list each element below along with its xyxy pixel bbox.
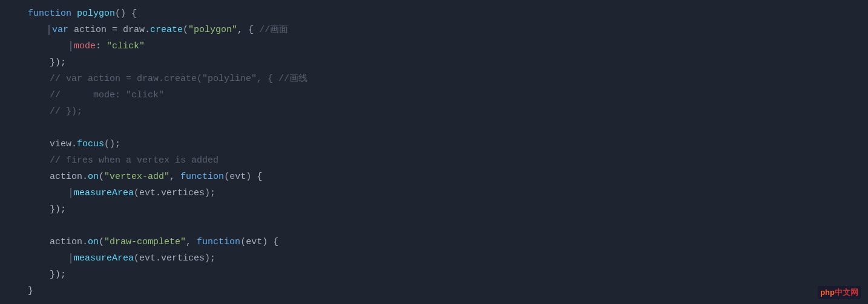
token-plain: ( [183, 25, 188, 35]
token-kw: function [28, 8, 77, 19]
token-plain: view. [50, 139, 77, 149]
token-fn: focus [77, 139, 104, 149]
token-comment: // fires when a vertex is added [50, 155, 219, 166]
token-plain: } [28, 286, 33, 296]
code-line: view.focus(); [6, 137, 868, 153]
token-fn: measureArea [74, 188, 134, 198]
code-line: // fires when a vertex is added [6, 153, 868, 169]
token-plain: (evt.vertices); [134, 188, 215, 198]
code-line: measureArea(evt.vertices); [6, 186, 868, 202]
code-line [6, 218, 868, 234]
token-comment: // }); [50, 106, 82, 117]
token-plain: () { [115, 8, 137, 19]
code-line: function polygon() { [6, 6, 868, 22]
token-fn: on [88, 172, 99, 182]
token-comment: //画面 [259, 25, 288, 35]
token-plain: (evt) { [240, 237, 278, 247]
token-str-green: "vertex-add" [104, 172, 169, 182]
token-plain: }); [50, 204, 66, 215]
token-str-green: "click" [107, 41, 145, 51]
token-str-green: "polygon" [188, 25, 237, 35]
token-plain: action = draw. [74, 25, 150, 35]
token-plain: (evt.vertices); [134, 253, 215, 264]
token-plain: (evt) { [224, 172, 262, 182]
code-line: // mode: "click" [6, 88, 868, 104]
token-comment: // mode: "click" [50, 90, 164, 100]
watermark: php中文网 [818, 286, 861, 299]
code-editor: function polygon() { var action = draw.c… [0, 0, 868, 304]
token-prop: mode [74, 41, 96, 51]
token-plain: ( [99, 172, 104, 182]
token-fn: create [150, 25, 183, 35]
code-line: }); [6, 267, 868, 283]
token-plain: (); [104, 139, 120, 149]
code-line: // var action = draw.create("polyline", … [6, 71, 868, 88]
token-str-green: "draw-complete" [104, 237, 186, 247]
code-line [6, 120, 868, 137]
token-comment: // var action = draw.create("polyline", … [50, 74, 307, 84]
token-kw: function [197, 237, 240, 247]
token-plain: }); [50, 270, 66, 280]
token-fn: on [88, 237, 99, 247]
code-line: // }); [6, 104, 868, 120]
token-kw: var [52, 25, 74, 35]
token-fn: polygon [77, 8, 115, 19]
code-line: } [6, 283, 868, 300]
code-line: action.on("draw-complete", function(evt)… [6, 234, 868, 251]
code-line: }); [6, 55, 868, 71]
code-line: measureArea(evt.vertices); [6, 251, 868, 267]
token-plain: , [169, 172, 180, 182]
code-line: var action = draw.create("polygon", { //… [6, 22, 868, 39]
code-line: }); [6, 202, 868, 218]
token-plain: : [96, 41, 107, 51]
token-plain: }); [50, 57, 66, 68]
code-line: action.on("vertex-add", function(evt) { [6, 169, 868, 186]
token-kw: function [180, 172, 224, 182]
token-plain: action. [50, 172, 88, 182]
token-plain: ( [99, 237, 104, 247]
token-plain: , { [237, 25, 259, 35]
code-line: mode: "click" [6, 39, 868, 55]
token-plain: , [186, 237, 197, 247]
token-fn: measureArea [74, 253, 134, 264]
token-plain: action. [50, 237, 88, 247]
